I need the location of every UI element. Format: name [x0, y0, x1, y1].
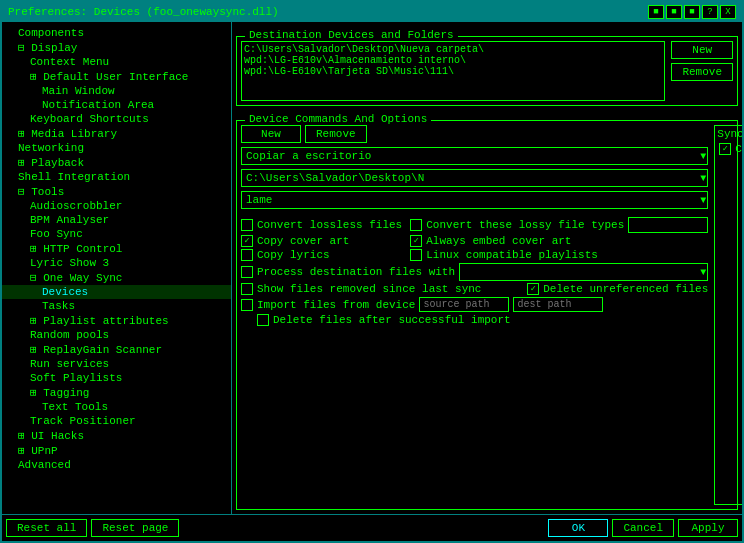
dropdown1[interactable]: Copiar a escritorio — [241, 147, 708, 165]
dest-new-button[interactable]: New — [671, 41, 733, 59]
sidebar-item-soft-playlists[interactable]: Soft Playlists — [2, 371, 231, 385]
import-label: Import files from device — [257, 299, 415, 311]
process-row: Process destination files with ▼ — [241, 263, 708, 281]
preferences-window: Preferences: Devices (foo_onewaysync.dll… — [0, 0, 744, 543]
dest-textarea[interactable] — [241, 41, 665, 101]
cancel-button[interactable]: Cancel — [612, 519, 674, 537]
sync-task-label: Copiar a escritorio — [735, 143, 742, 155]
process-select-wrapper[interactable]: ▼ — [459, 263, 708, 281]
always-embed-checkbox[interactable] — [410, 235, 422, 247]
convert-lossy-label: Convert these lossy file types — [426, 219, 624, 231]
sidebar-item-bpm-analyser[interactable]: BPM Analyser — [2, 213, 231, 227]
copy-cover-checkbox[interactable] — [241, 235, 253, 247]
dest-remove-button[interactable]: Remove — [671, 63, 733, 81]
sidebar-item-advanced[interactable]: Advanced — [2, 458, 231, 472]
sidebar-item-media-library[interactable]: ⊞ Media Library — [2, 126, 231, 141]
sync-tasks-box: Sync Tasks Copiar a escritorio — [714, 125, 742, 505]
import-checkbox[interactable] — [241, 299, 253, 311]
cmd-remove-button[interactable]: Remove — [305, 125, 367, 143]
sidebar-item-tools[interactable]: ⊟ Tools — [2, 184, 231, 199]
opt-copy-lyrics: Copy lyrics — [241, 249, 402, 261]
sidebar-item-shell-integration[interactable]: Shell Integration — [2, 170, 231, 184]
cmd-top-btns: New Remove — [241, 125, 708, 143]
sidebar-item-audioscrobbler[interactable]: Audioscrobbler — [2, 199, 231, 213]
dest-path-input[interactable] — [513, 297, 603, 312]
delete-unreferenced-label: Delete unreferenced files — [543, 283, 708, 295]
sidebar-item-playlist-attributes[interactable]: ⊞ Playlist attributes — [2, 313, 231, 328]
sidebar-item-main-window[interactable]: Main Window — [2, 84, 231, 98]
process-select[interactable] — [459, 263, 708, 281]
sidebar-item-notification-area[interactable]: Notification Area — [2, 98, 231, 112]
bottom-left-buttons: Reset all Reset page — [6, 519, 179, 537]
sidebar-item-tasks[interactable]: Tasks — [2, 299, 231, 313]
cmd-left: New Remove Copiar a escritorio ▼ C:\User… — [241, 125, 708, 505]
opt-copy-cover: Copy cover art — [241, 235, 402, 247]
dropdown3[interactable]: lame — [241, 191, 708, 209]
dropdown1-wrapper[interactable]: Copiar a escritorio ▼ — [241, 147, 708, 165]
close-button[interactable]: X — [720, 5, 736, 19]
help-button[interactable]: ? — [702, 5, 718, 19]
convert-lossless-label: Convert lossless files — [257, 219, 402, 231]
always-embed-label: Always embed cover art — [426, 235, 571, 247]
sidebar-item-run-services[interactable]: Run services — [2, 357, 231, 371]
ok-button[interactable]: OK — [548, 519, 608, 537]
sidebar-item-foo-sync[interactable]: Foo Sync — [2, 227, 231, 241]
sidebar-item-components[interactable]: Components — [2, 26, 231, 40]
sidebar-item-http-control[interactable]: ⊞ HTTP Control — [2, 241, 231, 256]
process-checkbox[interactable] — [241, 266, 253, 278]
source-path-input[interactable] — [419, 297, 509, 312]
dropdown2-wrapper[interactable]: C:\Users\Salvador\Desktop\N ▼ — [241, 169, 708, 187]
sidebar-item-display[interactable]: ⊟ Display — [2, 40, 231, 55]
dest-section: New Remove — [241, 41, 733, 101]
sidebar-item-replaygain-scanner[interactable]: ⊞ ReplayGain Scanner — [2, 342, 231, 357]
sidebar-item-playback[interactable]: ⊞ Playback — [2, 155, 231, 170]
reset-page-button[interactable]: Reset page — [91, 519, 179, 537]
restore-button[interactable]: ■ — [684, 5, 700, 19]
linux-playlists-checkbox[interactable] — [410, 249, 422, 261]
title-bar-buttons: ■ ■ ■ ? X — [648, 5, 736, 19]
convert-lossy-checkbox[interactable] — [410, 219, 422, 231]
right-panel: Destination Devices and Folders New Remo… — [232, 22, 742, 514]
main-content: Components⊟ DisplayContext Menu⊞ Default… — [2, 22, 742, 514]
dropdown2[interactable]: C:\Users\Salvador\Desktop\N — [241, 169, 708, 187]
title-bar: Preferences: Devices (foo_onewaysync.dll… — [2, 2, 742, 22]
sync-tasks-title: Sync Tasks — [717, 128, 742, 140]
sidebar-item-text-tools[interactable]: Text Tools — [2, 400, 231, 414]
minimize-button[interactable]: ■ — [648, 5, 664, 19]
process-label: Process destination files with — [257, 266, 455, 278]
copy-cover-label: Copy cover art — [257, 235, 349, 247]
opt-always-embed: Always embed cover art — [410, 235, 708, 247]
sidebar-item-lyric-show-3[interactable]: Lyric Show 3 — [2, 256, 231, 270]
sidebar-item-tagging[interactable]: ⊞ Tagging — [2, 385, 231, 400]
reset-all-button[interactable]: Reset all — [6, 519, 87, 537]
dest-group: Destination Devices and Folders New Remo… — [236, 36, 738, 106]
show-removed-checkbox[interactable] — [241, 283, 253, 295]
dest-group-title: Destination Devices and Folders — [245, 29, 458, 41]
device-commands-title: Device Commands And Options — [245, 113, 431, 125]
apply-button[interactable]: Apply — [678, 519, 738, 537]
sidebar-item-keyboard-shortcuts[interactable]: Keyboard Shortcuts — [2, 112, 231, 126]
device-cmd-inner: New Remove Copiar a escritorio ▼ C:\User… — [241, 125, 733, 505]
maximize-button[interactable]: ■ — [666, 5, 682, 19]
sidebar-item-random-pools[interactable]: Random pools — [2, 328, 231, 342]
sidebar-item-ui-hacks[interactable]: ⊞ UI Hacks — [2, 428, 231, 443]
import-row: Import files from device — [241, 297, 708, 312]
delete-after-import-checkbox[interactable] — [257, 314, 269, 326]
sidebar: Components⊟ DisplayContext Menu⊞ Default… — [2, 22, 232, 514]
sidebar-item-networking[interactable]: Networking — [2, 141, 231, 155]
sidebar-item-default-user-interface[interactable]: ⊞ Default User Interface — [2, 69, 231, 84]
sidebar-item-upnp[interactable]: ⊞ UPnP — [2, 443, 231, 458]
sidebar-item-context-menu[interactable]: Context Menu — [2, 55, 231, 69]
copy-lyrics-checkbox[interactable] — [241, 249, 253, 261]
delete-unreferenced-checkbox[interactable] — [527, 283, 539, 295]
lossy-color-input[interactable] — [628, 217, 708, 233]
dropdown3-wrapper[interactable]: lame ▼ — [241, 191, 708, 209]
sidebar-item-devices[interactable]: Devices — [2, 285, 231, 299]
sync-task-checkbox[interactable] — [719, 143, 731, 155]
cmd-new-button[interactable]: New — [241, 125, 301, 143]
convert-lossless-checkbox[interactable] — [241, 219, 253, 231]
sidebar-item-one-way-sync[interactable]: ⊟ One Way Sync — [2, 270, 231, 285]
sidebar-item-track-positioner[interactable]: Track Positioner — [2, 414, 231, 428]
opt-convert-lossless: Convert lossless files — [241, 217, 402, 233]
show-removed-row: Show files removed since last sync Delet… — [241, 283, 708, 295]
